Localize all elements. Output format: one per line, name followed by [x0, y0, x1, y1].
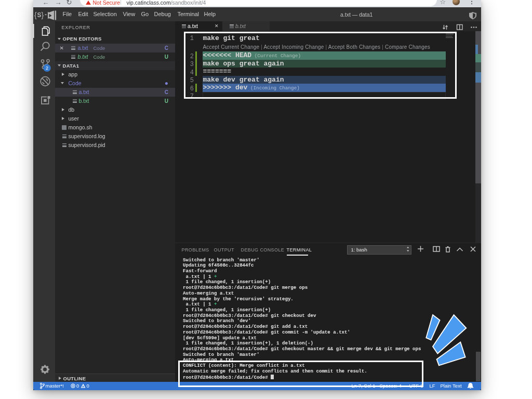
svg-text:{: {	[34, 11, 37, 19]
svg-text:}: }	[42, 11, 44, 19]
svg-text:2: 2	[46, 65, 48, 71]
svg-text:S: S	[37, 11, 42, 19]
